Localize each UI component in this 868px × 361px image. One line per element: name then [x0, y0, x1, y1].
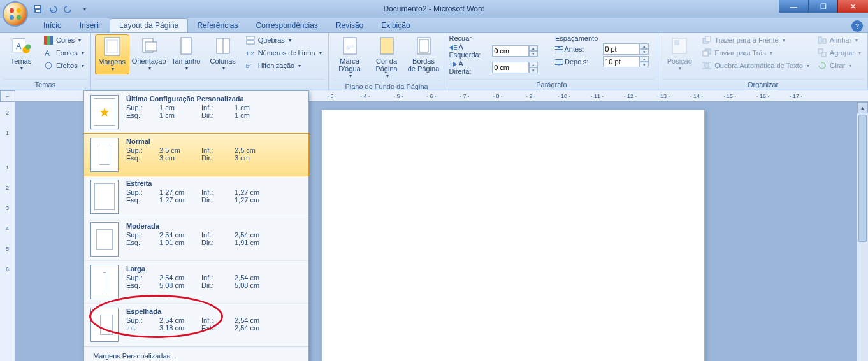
align-button[interactable]: Alinhar▾ [814, 34, 864, 46]
margins-thumb-icon [90, 265, 119, 299]
spin-down[interactable]: ▾ [529, 51, 538, 57]
columns-button[interactable]: Colunas▾ [206, 34, 240, 73]
spin-up[interactable]: ▴ [640, 43, 649, 49]
margins-option-title: Última Configuração Personalizada [126, 95, 302, 103]
vertical-ruler[interactable]: 21123456 [0, 102, 15, 361]
margins-thumb-icon [90, 180, 119, 214]
theme-effects-button[interactable]: Efeitos▾ [41, 60, 87, 71]
redo-icon[interactable] [62, 3, 74, 15]
align-icon [817, 35, 827, 45]
office-button[interactable] [3, 1, 28, 27]
spacing-before-input[interactable] [603, 43, 640, 55]
svg-rect-13 [50, 36, 53, 45]
svg-point-1 [17, 8, 21, 13]
tab-home[interactable]: Início [34, 19, 71, 32]
minimize-button[interactable]: — [779, 0, 808, 13]
hyphenation-button[interactable]: bᶜHifenização▾ [243, 60, 324, 71]
group-paragraph: Recuar À Esquerda: ▴▾ À Direita: ▴▾ Espa… [445, 33, 659, 90]
svg-rect-29 [380, 38, 393, 54]
margins-option-normal[interactable]: NormalSup.:2,5 cmInf.:2,5 cmEsq.:3 cmDir… [83, 133, 309, 176]
page-borders-button[interactable]: Bordas de Página [407, 34, 441, 74]
ruler-corner[interactable]: ⌐ [0, 90, 15, 102]
svg-rect-40 [555, 52, 563, 52]
spin-up[interactable]: ▴ [640, 56, 649, 62]
tab-mailings[interactable]: Correspondências [247, 19, 326, 32]
orientation-button[interactable]: Orientação▾ [132, 34, 166, 73]
rotate-button[interactable]: Girar▾ [814, 60, 864, 71]
margins-dropdown: ★Última Configuração PersonalizadaSup.:1… [83, 90, 309, 361]
line-numbers-button[interactable]: 1 2Números de Linha▾ [243, 47, 324, 59]
indent-right-label: À Direita: [449, 60, 488, 75]
tab-references[interactable]: Referências [188, 19, 247, 32]
page-color-icon [377, 36, 397, 56]
spacing-after-label: Depois: [555, 58, 598, 66]
wrap-icon [702, 60, 712, 71]
margins-option-mirror[interactable]: EspelhadaSup.:2,54 cmInf.:2,54 cmInt.:3,… [84, 304, 308, 346]
theme-fonts-button[interactable]: AFontes▾ [41, 47, 87, 59]
themes-icon: A [11, 36, 31, 56]
group-paragraph-label: Parágrafo [449, 79, 655, 90]
ribbon-tabs: Início Inserir Layout da Página Referênc… [0, 18, 868, 33]
svg-rect-6 [36, 10, 40, 12]
svg-point-3 [17, 15, 21, 20]
svg-rect-49 [703, 51, 708, 56]
margins-option-last[interactable]: ★Última Configuração PersonalizadaSup.:1… [84, 91, 308, 134]
scroll-up-arrow[interactable]: ▴ [857, 102, 868, 113]
svg-rect-12 [47, 36, 50, 45]
spacing-before-label: Antes: [555, 45, 598, 53]
spin-down[interactable]: ▾ [640, 62, 649, 67]
size-button[interactable]: Tamanho▾ [169, 34, 203, 73]
text-wrap-button[interactable]: Quebra Automática de Texto▾ [699, 60, 812, 71]
group-icon [817, 48, 827, 58]
theme-colors-button[interactable]: Cores▾ [41, 34, 87, 46]
breaks-button[interactable]: Quebras▾ [243, 34, 324, 46]
svg-rect-47 [705, 36, 711, 41]
tab-page-layout[interactable]: Layout da Página [110, 18, 188, 32]
tab-insert[interactable]: Inserir [71, 19, 110, 32]
margins-option-title: Espelhada [126, 308, 302, 315]
spin-up[interactable]: ▴ [529, 45, 538, 51]
svg-text:A: A [45, 49, 50, 57]
spacing-after-input[interactable] [603, 56, 640, 67]
vertical-scrollbar[interactable]: ▴ [857, 102, 868, 361]
qat-customize-icon[interactable]: ▾ [79, 3, 90, 15]
margins-option-wide[interactable]: LargaSup.:2,54 cmInf.:2,54 cmEsq.:5,08 c… [84, 261, 308, 304]
margins-thumb-icon [90, 308, 119, 342]
custom-margins-button[interactable]: Margens Personalizadas... [84, 346, 308, 361]
svg-rect-19 [145, 42, 157, 51]
margins-option-title: Normal [126, 138, 302, 145]
group-arrange: Posição▾ Trazer para a Frente▾ Enviar pa… [658, 33, 868, 90]
spin-down[interactable]: ▾ [529, 67, 538, 73]
svg-rect-55 [818, 49, 823, 53]
page[interactable] [321, 110, 705, 361]
tab-view[interactable]: Exibição [372, 19, 419, 32]
spin-up[interactable]: ▴ [529, 62, 538, 67]
svg-rect-20 [181, 38, 191, 54]
save-icon[interactable] [32, 3, 43, 15]
group-arrange-label: Organizar [662, 79, 864, 90]
group-button[interactable]: Agrupar▾ [814, 47, 864, 59]
position-button[interactable]: Posição▾ [662, 34, 697, 73]
hyphenation-icon: bᶜ [245, 60, 256, 71]
scroll-thumb[interactable] [858, 115, 867, 242]
bring-front-button[interactable]: Trazer para a Frente▾ [699, 34, 812, 46]
margins-button[interactable]: Margens▾ [95, 34, 129, 74]
close-button[interactable]: ✕ [837, 0, 868, 13]
watermark-button[interactable]: abc Marca D'água▾ [333, 34, 367, 81]
indent-right-input[interactable] [492, 62, 529, 73]
help-icon[interactable]: ? [851, 20, 863, 32]
undo-icon[interactable] [47, 3, 59, 15]
tab-review[interactable]: Revisão [327, 19, 372, 32]
margins-option-narrow[interactable]: EstreitaSup.:1,27 cmInf.:1,27 cmEsq.:1,2… [84, 176, 308, 218]
spin-down[interactable]: ▾ [640, 49, 649, 55]
send-back-icon [702, 48, 712, 58]
svg-point-0 [10, 8, 14, 13]
svg-text:bᶜ: bᶜ [246, 63, 251, 69]
svg-point-15 [45, 62, 52, 69]
send-back-button[interactable]: Enviar para Trás▾ [699, 47, 812, 59]
indent-left-input[interactable] [492, 45, 529, 57]
maximize-button[interactable]: ❐ [808, 0, 837, 13]
margins-option-moderate[interactable]: ModeradaSup.:2,54 cmInf.:2,54 cmEsq.:1,9… [84, 218, 308, 261]
page-color-button[interactable]: Cor da Página▾ [370, 34, 404, 81]
themes-button[interactable]: A Temas▾ [4, 34, 38, 73]
